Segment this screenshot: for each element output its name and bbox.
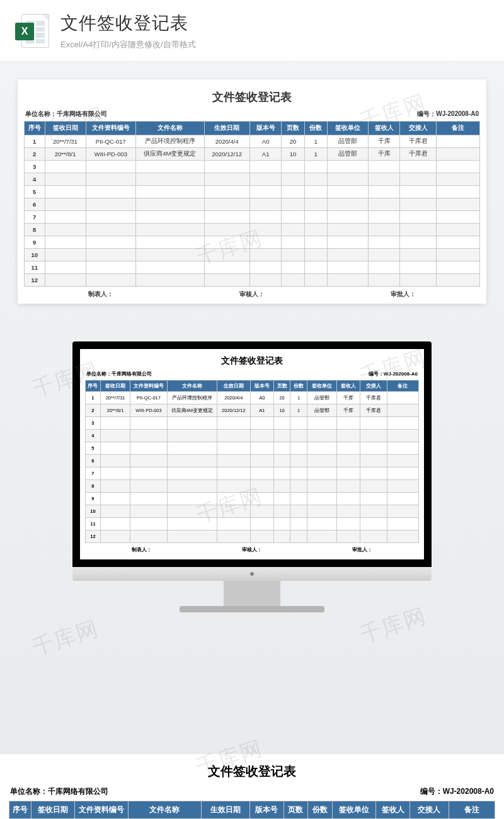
table-cell	[45, 224, 86, 236]
table-cell: A0	[249, 135, 282, 148]
table-cell	[86, 224, 136, 236]
table-cell	[437, 198, 480, 211]
footer-maker: 制表人：	[25, 290, 176, 299]
table-cell: 3	[86, 417, 101, 430]
table-cell	[400, 249, 437, 261]
table-cell	[217, 518, 250, 530]
table-cell	[290, 417, 307, 430]
table-cell	[387, 505, 418, 518]
table-cell	[86, 211, 136, 224]
table-cell: 20	[282, 135, 304, 148]
bottom-preview-strip: 文件签收登记表 单位名称：千库网络有限公司 编号：WJ-202008-A0 序号…	[0, 754, 504, 819]
table-row: 5	[86, 442, 419, 455]
table-cell	[167, 505, 217, 518]
table-cell	[204, 236, 249, 249]
column-header: 版本号	[249, 801, 284, 819]
table-cell: 千库君	[400, 135, 437, 148]
column-header: 签收单位	[307, 381, 337, 392]
table-cell	[167, 467, 217, 480]
unit-value: 千库网络有限公司	[57, 110, 107, 117]
table-cell: 12	[25, 274, 45, 287]
table-cell	[307, 442, 337, 455]
table-cell	[249, 224, 282, 236]
table-cell	[282, 274, 304, 287]
table-row: 7	[25, 211, 480, 224]
table-cell	[304, 224, 327, 236]
table-cell	[304, 198, 327, 211]
table-cell	[136, 186, 204, 198]
table-cell	[250, 467, 273, 480]
column-header: 序号	[86, 381, 101, 392]
table-cell: 10	[86, 505, 101, 518]
table-cell	[337, 480, 360, 493]
table-cell	[217, 530, 250, 543]
table-cell: 2020/4/4	[204, 135, 249, 148]
unit-label: 单位名称：	[25, 110, 57, 117]
table-cell	[249, 173, 282, 186]
table-cell: 1	[25, 135, 45, 148]
table-cell	[167, 442, 217, 455]
column-header: 版本号	[249, 122, 282, 135]
table-cell	[368, 236, 400, 249]
table-row: 9	[86, 493, 419, 505]
table-cell: 品管部	[307, 404, 337, 417]
table-cell	[290, 430, 307, 442]
table-cell	[282, 236, 304, 249]
table-cell: 10	[273, 404, 290, 417]
table-cell	[217, 417, 250, 430]
column-header: 签收人	[368, 122, 400, 135]
table-cell	[307, 430, 337, 442]
table-cell	[250, 493, 273, 505]
table-cell	[273, 480, 290, 493]
table-cell	[282, 224, 304, 236]
table-cell: 千库	[368, 148, 400, 161]
table-cell: 品管部	[327, 135, 368, 148]
table-cell	[327, 224, 368, 236]
table-cell	[204, 186, 249, 198]
footer-checker: 审核人：	[197, 546, 307, 553]
monitor-mockup: 文件签收登记表 单位名称：千库网络有限公司 编号：WJ-202008-A0 序号…	[72, 341, 432, 612]
column-header: 文件资料编号	[130, 381, 167, 392]
table-cell	[368, 161, 400, 173]
table-cell: 2020/12/12	[204, 148, 249, 161]
sheet-title: 文件签收登记表	[85, 354, 419, 370]
table-row: 220**/8/1WIII-PD-003供应商4M变更规定2020/12/12A…	[25, 148, 480, 161]
table-cell	[45, 274, 86, 287]
table-cell	[130, 455, 167, 467]
table-cell	[86, 186, 136, 198]
table-cell	[250, 530, 273, 543]
table-cell	[307, 530, 337, 543]
table-cell: 12	[86, 530, 101, 543]
table-cell	[400, 186, 437, 198]
column-header: 页数	[273, 381, 290, 392]
table-cell	[86, 249, 136, 261]
table-cell	[327, 186, 368, 198]
table-cell	[136, 173, 204, 186]
table-cell: 2020/4/4	[217, 392, 250, 404]
table-cell	[400, 198, 437, 211]
sheet-title: 文件签收登记表	[9, 760, 495, 786]
table-cell	[337, 430, 360, 442]
table-cell	[45, 161, 86, 173]
table-cell	[86, 198, 136, 211]
table-cell	[282, 161, 304, 173]
table-cell: 5	[25, 186, 45, 198]
table-cell	[100, 442, 130, 455]
column-header: 生效日期	[204, 122, 249, 135]
table-cell: 7	[86, 467, 101, 480]
table-cell	[204, 249, 249, 261]
table-cell	[204, 274, 249, 287]
footer-maker: 制表人：	[86, 546, 197, 553]
table-row: 4	[86, 430, 419, 442]
table-cell: 7	[25, 211, 45, 224]
table-cell	[217, 455, 250, 467]
table-cell	[249, 236, 282, 249]
table-cell	[387, 404, 418, 417]
table-cell	[290, 530, 307, 543]
table-cell	[100, 530, 130, 543]
column-header: 签收日期	[31, 801, 74, 819]
column-header: 生效日期	[201, 801, 249, 819]
table-cell	[437, 236, 480, 249]
table-cell: 11	[25, 261, 45, 274]
table-cell	[204, 161, 249, 173]
